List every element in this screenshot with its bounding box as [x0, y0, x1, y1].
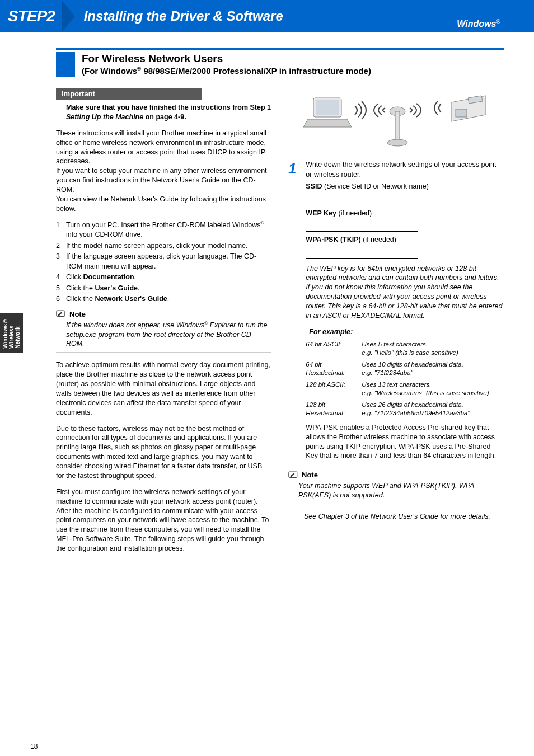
network-diagram-icon: [301, 88, 491, 149]
ssid-line: SSID (Service Set ID or Network name): [306, 182, 503, 192]
blank-line: [306, 198, 418, 205]
section-heading: For Wireless Network Users (For Windows®…: [56, 48, 504, 77]
side-tab: Windows® Wireless Network: [0, 313, 23, 353]
step-label: STEP2: [0, 7, 65, 25]
section-marker-icon: [56, 52, 75, 77]
svg-point-5: [387, 139, 407, 146]
table-row: 128 bit Hexadecimal:Uses 26 digits of he…: [306, 401, 503, 417]
wep-info: The WEP key is for 64bit encrypted netwo…: [306, 264, 503, 321]
paragraph: To achieve optimum results with normal e…: [56, 360, 271, 417]
list-item: 3If the language screen appears, click y…: [56, 252, 271, 271]
table-row: 128 bit ASCII:Uses 13 text characters. e…: [306, 381, 503, 397]
see-more: See Chapter 3 of the Network User's Guid…: [288, 512, 504, 522]
paragraph: First you must configure the wireless ne…: [56, 487, 271, 553]
step-intro: Write down the wireless network settings…: [306, 160, 503, 180]
note-heading: Note: [56, 310, 271, 318]
important-text: Make sure that you have finished the ins…: [56, 100, 271, 129]
svg-rect-6: [456, 109, 467, 117]
banner-title: Installing the Driver & Software: [84, 8, 283, 24]
step-number: 1: [288, 160, 304, 177]
list-item: 2If the model name screen appears, click…: [56, 241, 271, 251]
section-subtitle: (For Windows® 98/98SE/Me/2000 Profession…: [82, 66, 371, 76]
table-row: 64 bit Hexadecimal:Uses 10 digits of hex…: [306, 360, 503, 377]
content-area: For Wireless Network Users (For Windows®…: [0, 32, 534, 571]
pencil-icon: [288, 471, 298, 479]
wpa-line: WPA-PSK (TKIP) (if needed): [306, 235, 503, 245]
important-heading: Important: [56, 88, 202, 100]
note-heading: Note: [288, 471, 504, 479]
section-title: For Wireless Network Users: [82, 52, 371, 66]
list-item: 6Click the Network User's Guide.: [56, 294, 271, 304]
instruction-list: 1Turn on your PC. Insert the Brother CD-…: [56, 220, 271, 304]
list-item: 1Turn on your PC. Insert the Brother CD-…: [56, 220, 271, 240]
example-heading: For example:: [309, 327, 503, 337]
intro-paragraph: These instructions will install your Bro…: [56, 129, 271, 214]
left-column: Important Make sure that you have finish…: [56, 88, 271, 560]
note-body: If the window does not appear, use Windo…: [56, 320, 271, 353]
platform-label: Windows®: [457, 19, 500, 29]
table-row: 64 bit ASCII:Uses 5 text characters. e.g…: [306, 340, 503, 357]
example-table: 64 bit ASCII:Uses 5 text characters. e.g…: [306, 340, 503, 417]
list-item: 4Click Documentation.: [56, 273, 271, 283]
paragraph: Due to these factors, wireless may not b…: [56, 424, 271, 481]
svg-rect-2: [316, 100, 339, 115]
note-body: Your machine supports WEP and WPA-PSK(TK…: [288, 480, 504, 504]
blank-line: [306, 224, 418, 232]
right-column: 1 Write down the wireless network settin…: [288, 88, 504, 560]
wireless-diagram: [288, 88, 504, 151]
step-1: 1 Write down the wireless network settin…: [288, 160, 504, 466]
top-banner: STEP2 Installing the Driver & Software W…: [0, 0, 534, 32]
list-item: 5Click the User's Guide.: [56, 284, 271, 294]
chevron-icon: [62, 0, 75, 32]
svg-rect-4: [395, 111, 400, 142]
wpa-info: WPA-PSK enables a Protected Access Pre-s…: [306, 423, 503, 461]
wep-line: WEP Key (if needed): [306, 209, 503, 219]
blank-line: [306, 251, 418, 259]
page-number: 18: [30, 743, 38, 750]
pencil-icon: [56, 310, 66, 318]
